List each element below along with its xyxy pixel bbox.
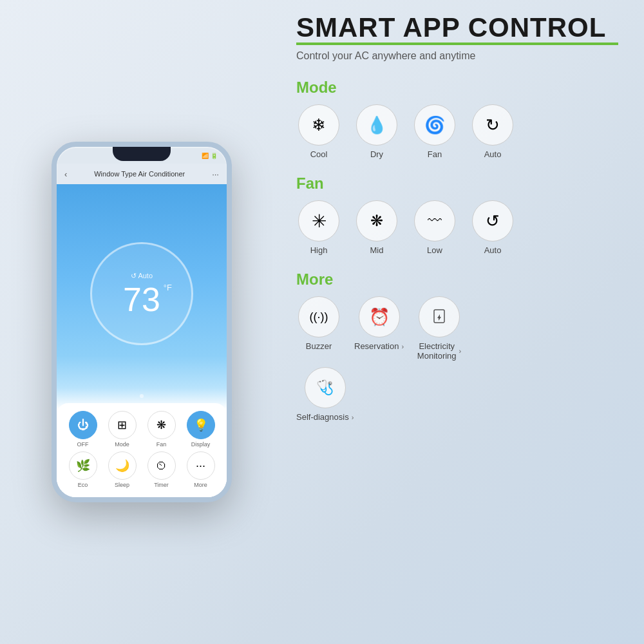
mid-icon-circle[interactable]: ❋ <box>356 200 397 242</box>
mode-label: Mode <box>115 441 129 448</box>
self-diagnosis-label: Self-diagnosis <box>296 412 349 422</box>
control-row-2: 🌿 Eco 🌙 Sleep ⏲ Timer ··· <box>63 451 220 488</box>
ctrl-eco[interactable]: 🌿 Eco <box>69 451 97 488</box>
mode-section: Mode ❄ Cool 💧 Dry 🌀 Fan ↻ Auto <box>296 79 618 163</box>
fan-auto-icon-circle[interactable]: ↺ <box>472 200 513 242</box>
dry-label: Dry <box>370 149 383 159</box>
ctrl-more[interactable]: ··· More <box>187 451 215 488</box>
more-reservation[interactable]: ⏰ Reservation › <box>354 296 404 361</box>
electricity-label: ElectricityMonitoring <box>417 341 457 361</box>
dial-mode: ↺ Auto <box>123 272 160 280</box>
self-diagnosis-arrow: › <box>352 413 354 421</box>
app-header: ‹ Window Type Air Conditioner ··· <box>57 164 227 184</box>
ctrl-off[interactable]: ⏻ OFF <box>69 411 97 448</box>
green-underline <box>296 43 618 45</box>
more-electricity[interactable]: ElectricityMonitoring › <box>417 296 462 361</box>
auto-icon-circle[interactable]: ↻ <box>472 104 513 146</box>
reservation-label-row: Reservation › <box>354 341 404 351</box>
fan-low[interactable]: 〰 Low <box>412 200 457 255</box>
more-icon-row-2: 🩺 Self-diagnosis › <box>296 367 618 422</box>
eco-circle[interactable]: 🌿 <box>69 451 97 480</box>
phone-notch <box>113 147 171 161</box>
buzzer-icon-circle[interactable]: ((·)) <box>298 296 339 337</box>
timer-label: Timer <box>154 482 169 488</box>
ctrl-fan[interactable]: ❋ Fan <box>147 411 176 448</box>
fan-auto-label: Auto <box>484 245 502 255</box>
self-diagnosis-icon-circle[interactable]: 🩺 <box>305 367 346 408</box>
dial-inner: ↺ Auto °F 73 <box>123 272 160 316</box>
display-circle[interactable]: 💡 <box>187 411 215 439</box>
mode-circle[interactable]: ⊞ <box>108 411 137 439</box>
right-panel: SMART APP CONTROL Control your AC anywhe… <box>283 0 644 644</box>
auto-label: Auto <box>484 149 502 159</box>
more-icon-row-1: ((·)) Buzzer ⏰ Reservation › Elec <box>296 296 618 361</box>
fan-high[interactable]: ✳ High <box>296 200 341 255</box>
mode-fan[interactable]: 🌀 Fan <box>412 104 457 159</box>
electricity-icon-circle[interactable] <box>419 296 460 337</box>
fan-icon-circle[interactable]: 🌀 <box>414 104 455 146</box>
svg-marker-1 <box>437 314 441 321</box>
cool-label: Cool <box>310 149 328 159</box>
reservation-arrow: › <box>401 343 404 350</box>
more-section: More ((·)) Buzzer ⏰ Reservation › <box>296 270 618 426</box>
back-button[interactable]: ‹ <box>64 169 67 179</box>
reservation-label: Reservation <box>354 341 399 351</box>
phone-frame: 📶 🔋 ‹ Window Type Air Conditioner ··· − … <box>52 142 232 502</box>
fan-auto[interactable]: ↺ Auto <box>470 200 515 255</box>
phone-panel: 📶 🔋 ‹ Window Type Air Conditioner ··· − … <box>0 0 283 644</box>
mode-cool[interactable]: ❄ Cool <box>296 104 341 159</box>
app-title: Window Type Air Conditioner <box>94 170 185 178</box>
high-label: High <box>310 245 328 255</box>
ctrl-display[interactable]: 💡 Display <box>187 411 215 448</box>
mode-section-label: Mode <box>296 79 618 97</box>
title-section: SMART APP CONTROL Control your AC anywhe… <box>296 13 618 73</box>
control-row-1: ⏻ OFF ⊞ Mode ❋ Fan 💡 Di <box>63 411 220 448</box>
low-icon-circle[interactable]: 〰 <box>414 200 455 242</box>
dial-unit: °F <box>164 283 172 292</box>
status-icons-right: 📶 🔋 <box>202 153 218 159</box>
dry-icon-circle[interactable]: 💧 <box>356 104 397 146</box>
mode-auto[interactable]: ↻ Auto <box>470 104 515 159</box>
phone-controls: ⏻ OFF ⊞ Mode ❋ Fan 💡 Di <box>57 403 227 497</box>
more-circle[interactable]: ··· <box>187 451 215 480</box>
thermostat-area: − ↺ Auto °F 73 + <box>57 184 227 403</box>
dial-dot <box>140 394 144 398</box>
more-label: More <box>194 482 207 488</box>
title-bold: APP CONTROL <box>402 12 606 43</box>
main-title: SMART APP CONTROL <box>296 13 618 43</box>
more-self-diagnosis[interactable]: 🩺 Self-diagnosis › <box>296 367 354 422</box>
ctrl-sleep[interactable]: 🌙 Sleep <box>108 451 137 488</box>
cool-icon-circle[interactable]: ❄ <box>298 104 339 146</box>
fan-circle[interactable]: ❋ <box>147 411 176 439</box>
title-prefix: SMART <box>296 12 402 43</box>
mid-label: Mid <box>370 245 384 255</box>
reservation-icon-circle[interactable]: ⏰ <box>359 296 400 337</box>
ctrl-timer[interactable]: ⏲ Timer <box>147 451 176 488</box>
fan-mode-label: Fan <box>428 149 442 159</box>
mode-dry[interactable]: 💧 Dry <box>354 104 399 159</box>
electricity-label-row: ElectricityMonitoring › <box>417 341 461 361</box>
timer-circle[interactable]: ⏲ <box>147 451 176 480</box>
fan-mid[interactable]: ❋ Mid <box>354 200 399 255</box>
mode-icon-row: ❄ Cool 💧 Dry 🌀 Fan ↻ Auto <box>296 104 618 159</box>
dial-ring: ↺ Auto °F 73 <box>90 242 193 345</box>
low-label: Low <box>427 245 442 255</box>
phone-screen: − ↺ Auto °F 73 + <box>57 184 227 497</box>
phone-container: 📶 🔋 ‹ Window Type Air Conditioner ··· − … <box>52 142 232 502</box>
fan-icon-row: ✳ High ❋ Mid 〰 Low ↺ Auto <box>296 200 618 255</box>
self-diagnosis-label-row: Self-diagnosis › <box>296 412 354 422</box>
eco-label: Eco <box>78 482 88 488</box>
electricity-arrow: › <box>459 347 462 355</box>
display-label: Display <box>191 441 211 448</box>
menu-button[interactable]: ··· <box>212 169 219 179</box>
sleep-circle[interactable]: 🌙 <box>108 451 137 480</box>
fan-section-label: Fan <box>296 175 618 193</box>
more-buzzer[interactable]: ((·)) Buzzer <box>296 296 341 361</box>
ctrl-mode[interactable]: ⊞ Mode <box>108 411 137 448</box>
high-icon-circle[interactable]: ✳ <box>298 200 339 242</box>
off-circle[interactable]: ⏻ <box>69 411 97 439</box>
subtitle: Control your AC anywhere and anytime <box>296 50 618 62</box>
fan-section: Fan ✳ High ❋ Mid 〰 Low ↺ Auto <box>296 175 618 259</box>
dial-temp: 73 <box>123 283 160 316</box>
fan-label: Fan <box>156 441 167 448</box>
